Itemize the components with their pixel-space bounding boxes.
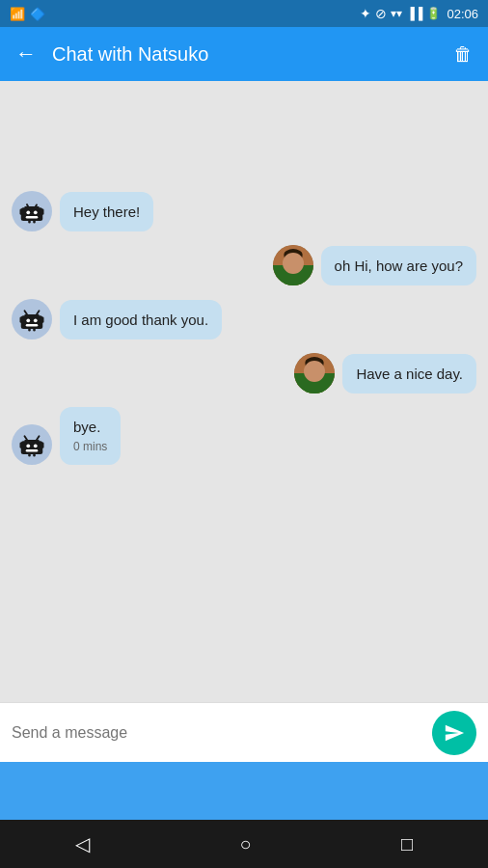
svg-line-40 <box>37 436 40 440</box>
svg-line-24 <box>25 311 28 314</box>
avatar-natsuko <box>294 353 335 393</box>
avatar-android <box>12 191 52 231</box>
avatar-android <box>12 299 52 339</box>
svg-rect-37 <box>28 453 31 457</box>
svg-point-17 <box>34 318 38 322</box>
svg-point-16 <box>26 318 30 322</box>
svg-point-13 <box>280 270 307 285</box>
svg-point-28 <box>301 378 328 393</box>
blue-blur-bar <box>0 762 488 820</box>
phone-icon: 📶 <box>10 7 25 21</box>
svg-rect-7 <box>20 209 23 215</box>
svg-rect-9 <box>28 220 31 224</box>
app-bar: ← Chat with Natsuko 🗑 <box>0 27 488 81</box>
message-row: Hey there! <box>12 191 476 231</box>
message-input[interactable] <box>12 724 422 742</box>
nav-bar: ◁ ○ □ <box>0 820 488 868</box>
svg-rect-38 <box>33 453 36 457</box>
message-bubble: Have a nice day. <box>342 354 476 393</box>
svg-point-29 <box>307 360 322 375</box>
svg-line-39 <box>25 436 28 440</box>
svg-rect-18 <box>26 324 39 327</box>
svg-rect-6 <box>25 206 40 210</box>
message-bubble: oh Hi, how are you? <box>321 246 476 285</box>
message-text: Have a nice day. <box>356 364 463 384</box>
message-text: I am good thank you. <box>73 310 208 330</box>
message-time: 0 mins <box>73 439 107 455</box>
status-bar-right: ✦ ⊘ ▾▾ ▐▐ 🔋 02:06 <box>360 6 478 21</box>
svg-rect-10 <box>33 220 36 224</box>
send-icon <box>444 722 465 744</box>
avatar-natsuko <box>273 245 313 285</box>
message-bubble: Hey there! <box>60 192 153 231</box>
message-row: bye. 0 mins <box>12 407 476 465</box>
bluetooth-icon: ✦ <box>360 6 371 21</box>
message-bubble: bye. 0 mins <box>60 407 121 465</box>
svg-rect-36 <box>41 442 44 448</box>
battery-icon: 🔋 <box>426 7 441 20</box>
svg-rect-3 <box>26 216 39 219</box>
svg-point-2 <box>34 210 38 214</box>
avatar-android <box>12 424 52 465</box>
svg-rect-20 <box>20 317 23 323</box>
home-nav-button[interactable]: ○ <box>239 833 251 855</box>
message-bubble: I am good thank you. <box>60 300 222 339</box>
chat-title: Chat with Natsuko <box>52 43 438 66</box>
svg-rect-21 <box>41 317 44 323</box>
message-row: Have a nice day. <box>12 353 476 393</box>
svg-point-31 <box>26 444 30 448</box>
time-display: 02:06 <box>447 7 478 21</box>
svg-rect-23 <box>33 328 36 332</box>
message-text: bye. <box>73 417 107 437</box>
delete-button[interactable]: 🗑 <box>453 43 473 66</box>
no-signal-icon: ⊘ <box>375 6 387 21</box>
status-bar-left: 📶 🔷 <box>10 7 45 21</box>
input-area <box>0 702 488 762</box>
send-button[interactable] <box>432 711 476 755</box>
svg-line-25 <box>37 311 40 314</box>
message-row: I am good thank you. <box>12 299 476 339</box>
svg-rect-22 <box>28 328 31 332</box>
message-row: oh Hi, how are you? <box>12 245 476 285</box>
svg-point-1 <box>26 210 30 214</box>
recent-nav-button[interactable]: □ <box>401 833 413 855</box>
chat-area: Hey there! oh Hi, how are you? <box>0 81 488 702</box>
svg-point-12 <box>285 252 302 271</box>
svg-point-32 <box>34 444 38 448</box>
svg-rect-35 <box>20 442 23 448</box>
wifi-icon: ▾▾ <box>391 7 402 20</box>
message-text: oh Hi, how are you? <box>335 256 463 276</box>
signal-icon: ▐▐ <box>406 7 422 20</box>
notification-icon: 🔷 <box>30 7 45 21</box>
back-button[interactable]: ← <box>15 41 37 67</box>
svg-rect-33 <box>26 449 39 452</box>
status-bar: 📶 🔷 ✦ ⊘ ▾▾ ▐▐ 🔋 02:06 <box>0 0 488 27</box>
svg-point-14 <box>285 252 301 267</box>
svg-rect-8 <box>41 209 44 215</box>
back-nav-button[interactable]: ◁ <box>75 832 90 855</box>
svg-point-27 <box>306 360 323 379</box>
message-text: Hey there! <box>73 202 140 222</box>
